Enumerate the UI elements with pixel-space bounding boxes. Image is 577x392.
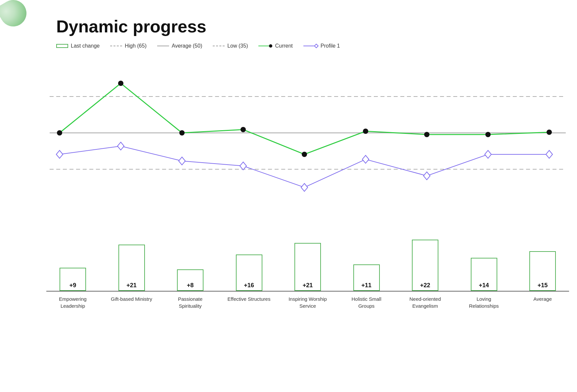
- legend-label-high: High (65): [125, 43, 147, 49]
- bar-value-8: +15: [538, 282, 548, 289]
- profile1-diamond-7: [485, 150, 491, 158]
- current-dot-3: [241, 127, 246, 132]
- legend-dot-current: [269, 44, 272, 48]
- bar-value-7: +14: [479, 282, 489, 289]
- current-line: [60, 83, 549, 154]
- logo-leaf: [0, 0, 31, 31]
- bar-box-2: +8: [177, 269, 203, 291]
- bar-box-5: +11: [353, 264, 380, 291]
- bar-group-0: +9: [50, 268, 96, 291]
- profile1-diamond-3: [240, 162, 246, 170]
- profile1-diamond-8: [546, 150, 553, 158]
- legend-diamond-profile1: [314, 44, 319, 48]
- bar-value-5: +11: [361, 282, 372, 289]
- profile1-diamond-2: [179, 157, 185, 165]
- legend-label-current: Current: [275, 43, 292, 49]
- bar-label-1: Gift-based Ministry: [109, 295, 155, 309]
- bar-group-7: +14: [461, 258, 507, 291]
- bar-value-1: +21: [126, 282, 137, 289]
- profile1-diamond-0: [56, 150, 63, 158]
- bar-section: +9+21+8+16+21+11+22+14+15 EmpoweringLead…: [46, 219, 569, 309]
- bar-value-2: +8: [187, 282, 194, 289]
- bar-labels: EmpoweringLeadershipGift-based MinistryP…: [46, 292, 569, 309]
- bar-box-6: +22: [412, 240, 438, 291]
- legend-line-last-change: [56, 44, 68, 48]
- bar-group-2: +8: [167, 269, 213, 291]
- legend-current: Current: [258, 43, 292, 49]
- legend-line-current: [258, 46, 270, 46]
- legend-indicator-current: [258, 44, 272, 48]
- current-dot-8: [547, 130, 552, 135]
- current-dot-0: [57, 130, 62, 136]
- profile1-diamond-5: [362, 155, 369, 163]
- bar-group-6: +22: [402, 240, 448, 291]
- bar-value-3: +16: [244, 282, 254, 289]
- bar-group-4: +21: [285, 243, 331, 291]
- bar-label-7: LovingRelationships: [461, 295, 507, 309]
- legend-label-profile1: Profile 1: [321, 43, 340, 49]
- legend-label-low: Low (35): [227, 43, 248, 49]
- legend-line-high: [110, 46, 122, 46]
- legend-last-change: Last change: [56, 43, 100, 49]
- bar-group-5: +11: [343, 264, 390, 291]
- legend-line-profile1: [303, 46, 315, 46]
- bar-label-8: Average: [519, 295, 566, 309]
- current-dot-4: [302, 152, 307, 157]
- chart-svg: [46, 57, 569, 212]
- legend-high: High (65): [110, 43, 147, 49]
- bar-box-7: +14: [471, 258, 497, 291]
- current-dot-5: [363, 129, 368, 134]
- chart-area: [46, 57, 569, 212]
- legend-line-average: [157, 46, 169, 46]
- bars-container: +9+21+8+16+21+11+22+14+15: [46, 219, 569, 292]
- logo-area: [0, 0, 33, 33]
- legend-line-low: [213, 46, 225, 46]
- bar-group-8: +15: [519, 251, 566, 291]
- bar-label-5: Holistic SmallGroups: [343, 295, 390, 309]
- legend-indicator-profile1: [303, 44, 318, 48]
- bar-value-4: +21: [303, 282, 313, 289]
- bar-label-3: Effective Structures: [226, 295, 272, 309]
- current-dot-1: [118, 81, 123, 86]
- legend-average: Average (50): [157, 43, 202, 49]
- legend-label-average: Average (50): [172, 43, 202, 49]
- legend: Last change High (65) Average (50) Low (…: [56, 43, 557, 49]
- bar-group-1: +21: [109, 245, 155, 291]
- bar-label-6: Need-orientedEvangelism: [402, 295, 448, 309]
- bar-label-0: EmpoweringLeadership: [50, 295, 96, 309]
- bar-value-0: +9: [69, 282, 76, 289]
- bar-box-3: +16: [236, 255, 262, 291]
- bar-box-1: +21: [118, 245, 145, 291]
- legend-profile1: Profile 1: [303, 43, 340, 49]
- legend-low: Low (35): [213, 43, 248, 49]
- page-title: Dynamic progress: [56, 10, 557, 36]
- profile1-diamond-4: [301, 183, 308, 191]
- legend-label-last-change: Last change: [71, 43, 100, 49]
- profile1-diamond-6: [423, 172, 430, 180]
- bar-label-4: Inspiring WorshipService: [285, 295, 331, 309]
- bar-group-3: +16: [226, 255, 272, 291]
- current-dot-6: [424, 132, 429, 137]
- bar-box-0: +9: [60, 268, 86, 291]
- bar-box-8: +15: [529, 251, 556, 291]
- page-container: Dynamic progress Last change High (65) A…: [0, 0, 577, 392]
- current-dot-7: [485, 132, 491, 137]
- profile1-diamond-1: [117, 142, 124, 150]
- current-dot-2: [179, 130, 185, 136]
- bar-box-4: +21: [294, 243, 321, 291]
- bar-label-2: PassionateSpirituality: [167, 295, 213, 309]
- bar-value-6: +22: [420, 282, 430, 289]
